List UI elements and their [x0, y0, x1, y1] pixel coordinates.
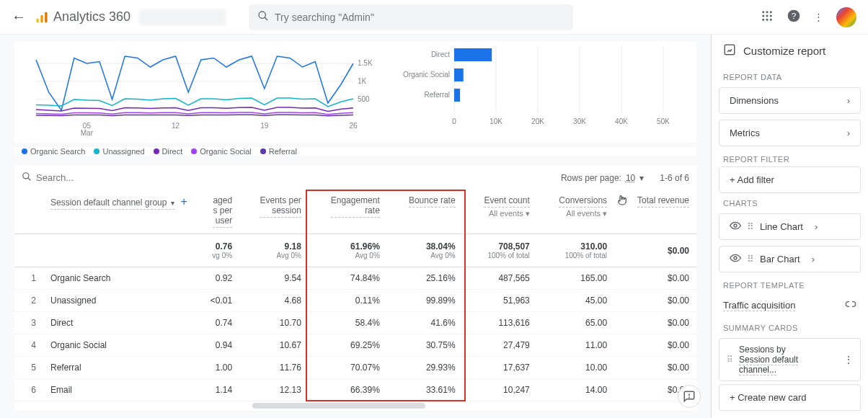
dimension-header[interactable]: Session default channel group ▾+ — [43, 190, 195, 234]
legend-item[interactable]: Referral — [260, 147, 297, 156]
svg-text:30K: 30K — [573, 117, 586, 125]
svg-rect-44 — [454, 89, 460, 102]
line-chart[interactable]: 5001K1.5K05121926Mar — [22, 42, 382, 135]
search-icon — [257, 10, 269, 24]
svg-point-12 — [766, 19, 769, 21]
global-search-input[interactable] — [275, 12, 564, 23]
metric-header[interactable]: Event countAll events ▾ — [463, 190, 537, 234]
table-search-icon — [22, 172, 32, 184]
metric-header[interactable]: Events persession — [239, 190, 309, 234]
add-filter-button[interactable]: + Add filter — [719, 166, 861, 193]
svg-text:40K: 40K — [615, 117, 628, 125]
svg-point-11 — [762, 19, 764, 21]
chart-option-bar[interactable]: ⠿ Bar Chart› — [719, 246, 861, 272]
svg-text:?: ? — [792, 11, 797, 20]
svg-line-4 — [265, 17, 267, 20]
svg-point-10 — [770, 15, 772, 17]
svg-point-5 — [762, 11, 764, 13]
section-report-filter: REPORT FILTER — [712, 149, 868, 166]
table-search-input[interactable] — [36, 172, 180, 183]
svg-text:26: 26 — [349, 122, 358, 130]
card-more-icon[interactable]: ⋮ — [844, 355, 853, 365]
apps-icon[interactable] — [761, 9, 774, 25]
table-controls: Rows per page: 10 ▾ 1-6 of 6 — [14, 166, 696, 190]
horizontal-scrollbar[interactable] — [14, 401, 696, 410]
svg-point-3 — [259, 12, 265, 18]
svg-point-51 — [734, 257, 737, 259]
svg-text:Organic Social: Organic Social — [403, 71, 450, 79]
svg-point-48 — [689, 397, 690, 398]
svg-point-45 — [23, 173, 29, 179]
rows-per-page-dropdown-icon[interactable]: ▾ — [639, 173, 644, 183]
svg-text:500: 500 — [358, 95, 370, 103]
global-search[interactable] — [249, 4, 573, 30]
add-dimension-button[interactable]: + — [180, 195, 187, 208]
visibility-icon[interactable] — [730, 220, 741, 234]
template-name-row[interactable]: Traffic acquisition — [712, 293, 868, 318]
svg-point-7 — [770, 11, 772, 13]
metric-header[interactable]: ageds peruser — [195, 190, 239, 234]
create-card-button[interactable]: + Create new card — [719, 384, 861, 411]
chevron-right-icon: › — [847, 128, 850, 138]
svg-rect-40 — [454, 48, 492, 61]
table-row[interactable]: 6Email1.1412.1366.39%33.61%10,24714.00$0… — [14, 379, 696, 401]
legend-item[interactable]: Direct — [154, 147, 183, 156]
customize-icon — [723, 43, 736, 58]
svg-text:0: 0 — [452, 117, 456, 125]
legend-item[interactable]: Organic Search — [22, 147, 85, 156]
table-row[interactable]: 4Organic Social0.9410.6769.25%30.75%27,4… — [14, 334, 696, 357]
visibility-icon[interactable] — [730, 252, 741, 266]
table-row[interactable]: 2Unassigned<0.014.680.11%99.89%51,96345.… — [14, 290, 696, 312]
summary-card-item[interactable]: ⠿ Sessions bySession default channel... … — [719, 338, 861, 381]
customize-title: Customize report — [743, 45, 825, 57]
chart-option-line[interactable]: ⠿ Line Chart› — [719, 213, 861, 240]
table-row[interactable]: 5Referral1.0011.7670.07%29.93%17,63710.0… — [14, 357, 696, 379]
metric-header[interactable]: ConversionsAll events ▾ — [537, 190, 614, 234]
section-charts: CHARTS — [712, 193, 868, 210]
account-avatar[interactable] — [836, 7, 856, 27]
metrics-button[interactable]: Metrics› — [719, 120, 861, 146]
bar-chart[interactable]: 010K20K30K40K50KDirectOrganic SocialRefe… — [397, 42, 689, 135]
drag-handle-icon[interactable]: ⠿ — [747, 221, 754, 232]
product-logo: Analytics 360 — [35, 9, 130, 25]
svg-point-13 — [770, 19, 772, 21]
legend-item[interactable]: Unassigned — [94, 147, 144, 156]
rows-per-page-label: Rows per page: — [561, 173, 621, 183]
svg-text:Mar: Mar — [81, 129, 94, 135]
section-report-data: REPORT DATA — [712, 67, 868, 84]
metric-header[interactable]: Engagementrate — [309, 190, 387, 234]
rows-per-page-value[interactable]: 10 — [626, 173, 635, 183]
dimensions-button[interactable]: Dimensions› — [719, 87, 861, 114]
drag-handle-icon[interactable]: ⠿ — [747, 254, 754, 264]
unlink-icon[interactable] — [845, 298, 856, 312]
more-menu-icon[interactable]: ⋮ — [814, 12, 823, 22]
cursor-indicator — [616, 194, 629, 210]
table-row[interactable]: 1Organic Search0.929.5474.84%25.16%487,5… — [14, 267, 696, 290]
svg-text:10K: 10K — [490, 117, 502, 125]
table-row[interactable]: 3Direct0.7410.7058.4%41.6%113,61665.00$0… — [14, 312, 696, 334]
property-name-blurred — [139, 9, 226, 25]
metric-header[interactable]: Bounce rate — [387, 190, 463, 234]
feedback-button[interactable] — [678, 385, 701, 408]
charts-row: 5001K1.5K05121926Mar 010K20K30K40K50KDir… — [14, 42, 696, 143]
svg-text:50K: 50K — [657, 117, 670, 125]
pagination-range: 1-6 of 6 — [660, 173, 689, 183]
drag-handle-icon[interactable]: ⠿ — [727, 355, 733, 365]
help-icon[interactable]: ? — [787, 9, 801, 25]
svg-rect-0 — [37, 18, 39, 22]
svg-rect-2 — [45, 12, 47, 22]
svg-text:Direct: Direct — [431, 50, 450, 58]
svg-text:20K: 20K — [531, 117, 544, 125]
product-name: Analytics 360 — [53, 9, 130, 25]
line-chart-legend: Organic SearchUnassignedDirectOrganic So… — [14, 147, 696, 156]
svg-rect-42 — [454, 68, 464, 81]
svg-text:19: 19 — [260, 122, 269, 130]
top-bar: ← Analytics 360 ? ⋮ — [0, 0, 868, 35]
back-button[interactable]: ← — [12, 9, 26, 25]
svg-point-50 — [734, 224, 737, 227]
svg-point-8 — [762, 15, 764, 17]
legend-item[interactable]: Organic Social — [191, 147, 252, 156]
section-summary-cards: SUMMARY CARDS — [712, 318, 868, 335]
svg-line-46 — [28, 178, 31, 181]
svg-rect-49 — [725, 45, 735, 55]
